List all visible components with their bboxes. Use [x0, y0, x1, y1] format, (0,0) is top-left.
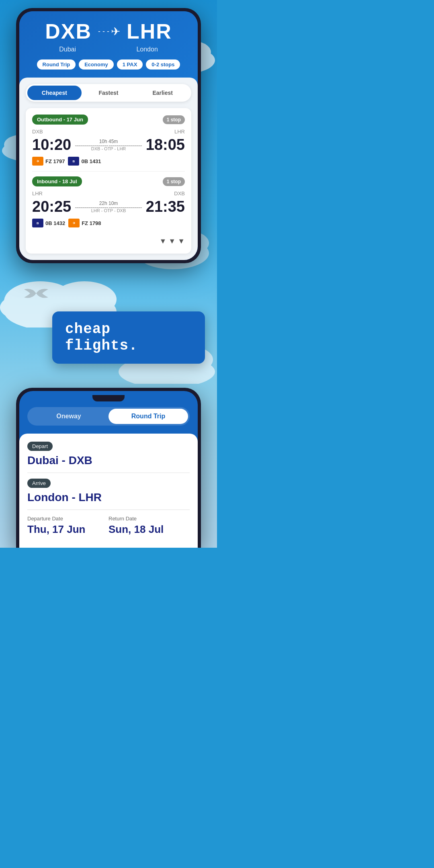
- sort-tabs: Cheapest Fastest Earliest: [26, 84, 191, 102]
- outbound-airline2-code: 0B 1431: [81, 158, 101, 164]
- mid-section: cheap flights.: [0, 263, 217, 384]
- inbound-airline1-code: 0B 1432: [45, 220, 65, 226]
- date-row: Departure Date Thu, 17 Jun Return Date S…: [27, 516, 190, 536]
- flight-result-card[interactable]: Outbound - 17 Jun 1 stop DXB LHR 10:20 1…: [26, 108, 191, 254]
- outbound-label: Outbound - 17 Jun: [32, 115, 88, 125]
- inbound-duration-info: 22h 10m LHR - OTP - DXB: [71, 201, 146, 213]
- departure-date-label: Departure Date: [27, 516, 108, 522]
- inbound-origin-airport: LHR: [32, 190, 43, 197]
- phone-notch: [92, 395, 125, 401]
- trip-toggle: Oneway Round Trip: [27, 407, 190, 426]
- segment-divider: [32, 171, 185, 172]
- outbound-depart-time: 10:20: [32, 136, 71, 154]
- outbound-airline1-code: FZ 1797: [45, 158, 65, 164]
- inbound-duration: 22h 10m: [75, 201, 142, 206]
- inbound-depart-time: 20:25: [32, 198, 71, 215]
- pax-tag[interactable]: 1 PAX: [117, 59, 143, 70]
- route-header: DXB - - - ✈ LHR Dubai London Round Trip …: [19, 11, 198, 82]
- search-form: Depart Dubai - DXB Arrive London - LHR D…: [19, 434, 198, 548]
- tab-earliest[interactable]: Earliest: [135, 86, 190, 100]
- return-date-value[interactable]: Sun, 18 Jul: [108, 523, 190, 536]
- toggle-oneway[interactable]: Oneway: [29, 409, 108, 424]
- inbound-airline2: ✈ FZ 1798: [68, 219, 101, 227]
- outbound-dest-airport: LHR: [174, 129, 185, 135]
- departure-date-value[interactable]: Thu, 17 Jun: [27, 523, 108, 536]
- inbound-label: Inbound - 18 Jul: [32, 176, 82, 186]
- toggle-round-trip[interactable]: Round Trip: [108, 409, 188, 424]
- notch-area: [19, 391, 198, 403]
- outbound-duration: 10h 45m: [75, 139, 142, 144]
- phone-mockup-1: DXB - - - ✈ LHR Dubai London Round Trip …: [16, 8, 201, 263]
- depart-value[interactable]: Dubai - DXB: [27, 454, 190, 467]
- arrive-divider: [27, 510, 190, 510]
- departure-date-col: Departure Date Thu, 17 Jun: [27, 516, 108, 536]
- tab-fastest[interactable]: Fastest: [82, 86, 136, 100]
- inbound-route-via: LHR - OTP - DXB: [75, 208, 142, 213]
- inbound-segment: Inbound - 18 Jul 1 stop LHR DXB 20:25 22…: [32, 176, 185, 227]
- tagline-box: cheap flights.: [52, 311, 205, 364]
- inbound-stop-badge: 1 stop: [163, 177, 185, 186]
- outbound-stop-badge: 1 stop: [163, 115, 185, 124]
- destination-city: London: [136, 46, 158, 53]
- stops-tag[interactable]: 0-2 stops: [146, 59, 180, 70]
- plane-icon: - - - ✈: [98, 25, 120, 38]
- cabin-tag[interactable]: Economy: [79, 59, 114, 70]
- outbound-route-via: DXB - OTP - LHR: [75, 146, 142, 151]
- inbound-airline2-code: FZ 1798: [82, 220, 101, 226]
- outbound-arrive-time: 18:05: [146, 136, 185, 154]
- outbound-airline2: B 0B 1431: [68, 157, 101, 166]
- bluair-logo-2: B: [32, 219, 43, 227]
- outbound-origin-airport: DXB: [32, 129, 43, 135]
- trip-type-tag[interactable]: Round Trip: [37, 59, 76, 70]
- depart-label: Depart: [27, 442, 53, 451]
- bluair-logo-1: B: [68, 157, 79, 166]
- destination-code: LHR: [127, 19, 172, 43]
- inbound-arrive-time: 21:35: [146, 198, 185, 215]
- inbound-dest-airport: DXB: [174, 190, 185, 197]
- outbound-duration-info: 10h 45m DXB - OTP - LHR: [71, 139, 146, 151]
- origin-code: DXB: [45, 19, 92, 43]
- return-date-col: Return Date Sun, 18 Jul: [108, 516, 190, 536]
- tab-cheapest[interactable]: Cheapest: [27, 86, 82, 100]
- phone-mockup-2: Oneway Round Trip Depart Dubai - DXB Arr…: [16, 388, 201, 548]
- arrive-label: Arrive: [27, 479, 51, 488]
- tagline-text: cheap flights.: [65, 321, 138, 354]
- outbound-airline1: ✈ FZ 1797: [32, 157, 65, 166]
- inbound-airline1: B 0B 1432: [32, 219, 65, 227]
- outbound-segment: Outbound - 17 Jun 1 stop DXB LHR 10:20 1…: [32, 115, 185, 166]
- origin-city: Dubai: [59, 46, 76, 53]
- arrive-value[interactable]: London - LHR: [27, 491, 190, 504]
- dubai-logo-1: ✈: [32, 157, 43, 166]
- inbound-airlines: B 0B 1432 ✈ FZ 1798: [32, 219, 185, 227]
- price-hint: ▼ ▼ ▼: [32, 233, 185, 247]
- results-area: Cheapest Fastest Earliest Outbound - 17 …: [19, 78, 198, 260]
- depart-divider: [27, 473, 190, 473]
- dubai-logo-2: ✈: [68, 219, 80, 227]
- outbound-airlines: ✈ FZ 1797 B 0B 1431: [32, 157, 185, 166]
- return-date-label: Return Date: [108, 516, 190, 522]
